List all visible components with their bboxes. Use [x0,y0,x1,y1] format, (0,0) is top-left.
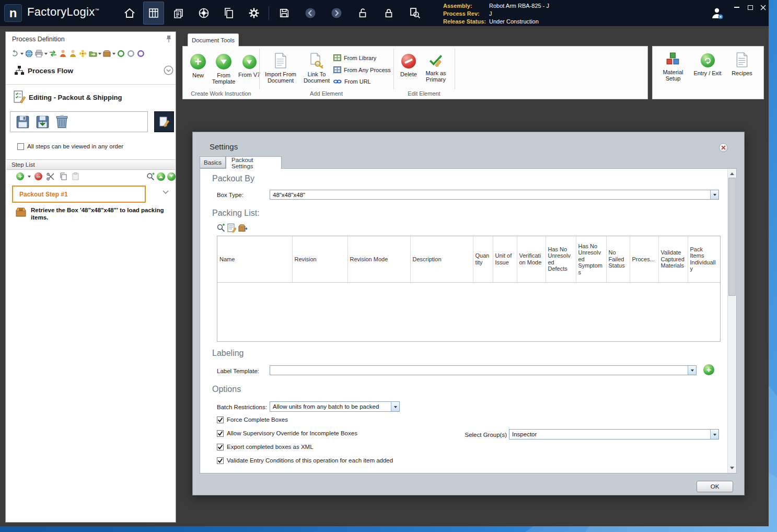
box-type-select[interactable]: 48"x48"x48" [270,190,719,200]
from-library-button[interactable]: From Library [333,54,376,61]
export-dropdown-icon[interactable] [98,53,101,56]
remove-item-icon[interactable] [238,223,247,232]
supervisor-icon[interactable] [68,49,77,58]
move-step-up-button[interactable] [157,172,165,181]
save-button[interactable] [274,0,295,26]
user-button[interactable] [706,0,727,26]
flower-icon[interactable] [78,49,87,58]
column-header[interactable]: Proces... [630,236,658,282]
collapse-chevron-icon[interactable] [164,65,173,75]
scroll-down-button[interactable] [728,464,736,473]
label-template-select[interactable] [270,365,697,375]
recipes-button[interactable]: Recipes [728,52,756,76]
step-expand-chevron-icon[interactable] [163,190,169,194]
unlock-button[interactable] [352,0,373,26]
find-material-icon[interactable] [216,223,225,232]
add-label-template-button[interactable]: + [703,364,714,375]
tab-document-tools[interactable]: Document Tools [188,33,239,47]
close-window-button[interactable] [757,2,769,13]
column-header[interactable]: Revision [292,236,347,282]
audit-search-button[interactable] [404,0,425,26]
process-documents-button[interactable] [168,0,189,26]
minimize-button[interactable] [730,2,743,13]
column-header[interactable]: Has No Unresolved Defects [546,236,576,282]
start-ring-icon[interactable] [117,49,125,58]
view-order-checkbox[interactable] [17,143,24,150]
work-instructions-button[interactable] [143,2,164,25]
move-step-down-button[interactable] [167,172,176,181]
tab-packout-settings[interactable]: Packout Settings [226,156,282,169]
dropdown-arrow-icon[interactable] [710,430,718,439]
paste-icon[interactable] [71,172,80,181]
print-dropdown-icon[interactable] [44,53,48,56]
column-header[interactable]: No Failed Status [606,236,630,282]
copy-documents-button[interactable] [218,0,239,26]
remove-step-button[interactable]: – [34,172,42,180]
column-header[interactable]: Description [410,236,473,282]
column-header[interactable]: Revision Mode [347,236,410,282]
entry-exit-button[interactable]: Entry / Exit [691,53,724,76]
from-url-button[interactable]: From URL [333,78,371,85]
batch-restrictions-select[interactable]: Allow units from any batch to be packed [270,401,400,412]
new-work-instruction-button[interactable]: + New [187,54,210,78]
column-header[interactable]: Validate Captured Materials [658,236,688,282]
ok-button[interactable]: OK [697,481,733,492]
undo-icon[interactable] [10,49,19,58]
cut-icon[interactable] [46,172,55,181]
mark-as-primary-button[interactable]: Mark as Primary [421,53,451,83]
package-dropdown-icon[interactable] [112,53,115,56]
edit-list-icon[interactable] [227,223,236,232]
compare-icon[interactable] [49,49,57,58]
export-xml-checkbox[interactable] [217,444,224,450]
home-button[interactable] [119,0,140,26]
column-header[interactable]: Unit of Issue [493,236,517,282]
from-v7-button[interactable]: From V7 [238,55,261,78]
dropdown-arrow-icon[interactable] [391,402,399,411]
copy-icon[interactable] [59,172,67,181]
dropdown-arrow-icon[interactable] [688,366,696,375]
from-template-button[interactable]: From Template [210,54,238,85]
globe-icon[interactable] [25,49,33,58]
column-header[interactable]: Verification Mode [517,236,546,282]
dialog-scrollbar[interactable] [727,169,736,473]
forward-button[interactable] [326,0,347,26]
edit-mode-button[interactable] [154,111,174,132]
tab-basics[interactable]: Basics [200,156,226,168]
scroll-up-button[interactable] [728,169,736,178]
link-to-document-button[interactable]: Link To Document [300,53,333,84]
from-any-process-button[interactable]: From Any Process [333,66,391,73]
import-from-document-button[interactable]: Import From Document [263,53,298,84]
record-ring-icon[interactable] [136,49,145,58]
package-tool-icon[interactable] [102,49,111,58]
column-header[interactable]: Pack Items Individually [688,236,720,282]
stop-ring-icon[interactable] [126,49,135,58]
column-header[interactable]: Quantity [473,236,493,282]
find-step-icon[interactable] [146,172,155,181]
validate-entry-checkbox[interactable] [217,457,224,464]
lock-button[interactable] [378,0,399,26]
pin-icon[interactable] [166,35,172,43]
scroll-thumb[interactable] [728,178,736,296]
select-groups-select[interactable]: Inspector [509,429,719,440]
supervisory-override-checkbox[interactable] [217,430,224,437]
delete-step-button[interactable] [55,114,68,129]
step-list-item-selected[interactable]: Packout Step #1 [12,186,146,203]
operator-icon[interactable] [59,49,67,58]
column-header[interactable]: Has No Unresolved Symptoms [576,236,606,282]
step-instruction-text[interactable]: Retrieve the Box '48"x48"x48"' to load p… [31,206,171,221]
add-step-button[interactable]: + [16,172,24,180]
print-icon[interactable] [34,49,43,58]
undo-dropdown-icon[interactable] [20,53,24,56]
maximize-button[interactable] [744,2,757,13]
material-setup-button[interactable]: Material Setup [658,52,688,82]
delete-element-button[interactable]: Delete [398,54,420,77]
force-complete-boxes-checkbox[interactable] [217,417,224,423]
add-step-dropdown-icon[interactable] [28,176,31,179]
navigator-button[interactable] [193,0,214,26]
settings-gear-button[interactable] [243,0,264,26]
save-step-button[interactable] [16,115,30,129]
dropdown-arrow-icon[interactable] [710,190,718,199]
dialog-close-button[interactable] [719,143,728,152]
back-button[interactable] [300,0,321,26]
export-folder-icon[interactable] [88,49,97,58]
